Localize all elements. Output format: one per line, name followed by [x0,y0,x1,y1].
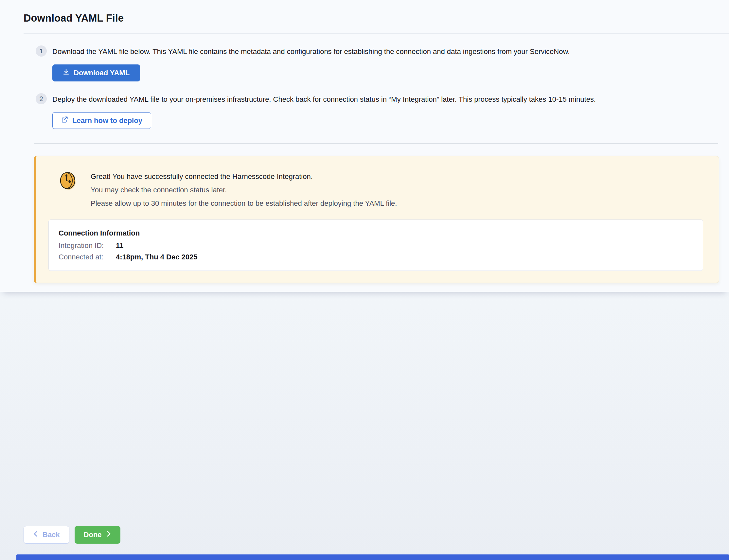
step-1: 1 Download the YAML file below. This YAM… [36,47,729,57]
clock-icon [58,171,77,191]
connected-at-value: 4:18pm, Thu 4 Dec 2025 [116,253,197,261]
horizontal-scrollbar[interactable] [16,554,729,560]
connected-at-row: Connected at: 4:18pm, Thu 4 Dec 2025 [59,253,693,261]
title-divider [24,33,729,34]
connection-information-card: Connection Information Integration ID: 1… [48,219,703,271]
step-2-text: Deploy the downloaded YAML file to your … [52,95,596,104]
step-2-number-badge: 2 [36,93,47,104]
section-divider [34,143,718,144]
connection-information-title: Connection Information [59,229,693,237]
notice-wait-hint: Please allow up to 30 minutes for the co… [91,198,397,209]
steps-list: 1 Download the YAML file below. This YAM… [24,47,729,129]
notice-status-hint: You may check the connection status late… [91,184,397,196]
download-yaml-panel: Download YAML File 1 Download the YAML f… [0,0,729,292]
step-2: 2 Deploy the downloaded YAML file to you… [36,95,729,104]
download-icon [63,69,69,77]
done-button-label: Done [84,531,102,539]
step-1-number-badge: 1 [36,45,47,57]
success-notice-banner: Great! You have successfully connected t… [34,156,719,283]
horizontal-scrollbar-thumb[interactable] [16,554,729,560]
download-yaml-button[interactable]: Download YAML [52,64,140,81]
learn-how-to-deploy-label: Learn how to deploy [72,116,142,125]
integration-id-label: Integration ID: [59,241,116,250]
notice-success-message: Great! You have successfully connected t… [91,171,397,182]
chevron-left-icon [33,531,38,539]
download-yaml-button-label: Download YAML [74,69,130,77]
chevron-right-icon [106,531,111,539]
back-button-label: Back [43,531,60,539]
external-link-icon [61,116,68,125]
wizard-footer: Back Done [24,526,120,544]
page-title: Download YAML File [24,12,729,24]
back-button[interactable]: Back [24,526,69,544]
step-1-text: Download the YAML file below. This YAML … [52,47,570,57]
learn-how-to-deploy-button[interactable]: Learn how to deploy [52,112,151,129]
connected-at-label: Connected at: [59,253,116,261]
done-button[interactable]: Done [75,526,120,544]
integration-id-row: Integration ID: 11 [59,241,693,250]
integration-id-value: 11 [116,241,123,250]
